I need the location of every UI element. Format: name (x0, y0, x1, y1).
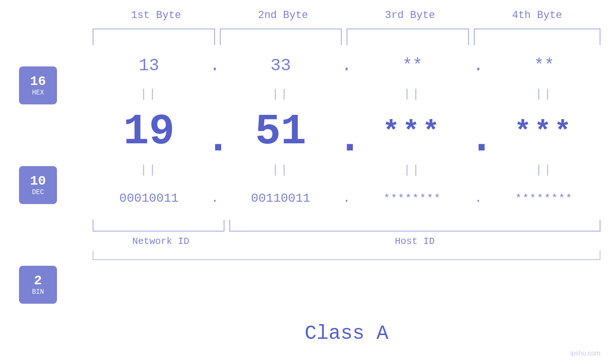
dec-dot1: . (206, 103, 225, 160)
bin-b1: 00010011 (93, 191, 206, 205)
watermark: ipshu.com (570, 349, 601, 357)
bin-dot2: . (337, 191, 356, 205)
dec-dot2: . (337, 103, 356, 160)
pipe1-b2: || (225, 88, 338, 101)
hex-dot2: . (337, 56, 356, 75)
main-container: 1st Byte 2nd Byte 3rd Byte 4th Byte 16 H… (0, 0, 610, 364)
pipe1-b1: || (93, 88, 206, 101)
bracket-col2 (220, 28, 342, 45)
bracket-col4 (474, 28, 601, 45)
bottom-brackets (93, 220, 601, 234)
bin-dot3: . (469, 191, 488, 205)
pipe2-b2: || (225, 164, 338, 177)
bin-row: 00010011 . 00110011 . ******** . *******… (93, 179, 601, 217)
host-id-label: Host ID (229, 236, 601, 247)
bracket-col1 (93, 28, 215, 45)
network-bracket (93, 220, 225, 232)
dec-b1: 19 (93, 108, 206, 156)
pipe-row-2: || || || || (93, 160, 601, 179)
bin-b2: 00110011 (225, 191, 338, 205)
col-header-3: 3rd Byte (347, 9, 474, 21)
class-label: Class A (93, 322, 601, 345)
base-hex-label: HEX (32, 89, 44, 96)
col-header-4: 4th Byte (474, 9, 601, 21)
bracket-col3 (347, 28, 469, 45)
dec-dot3: . (469, 103, 488, 160)
hex-dot1: . (206, 56, 225, 75)
dec-b3: *** (356, 116, 469, 148)
hex-row: 13 . 33 . ** . ** (93, 47, 601, 84)
bin-b3: ******** (356, 193, 469, 205)
bin-dot1: . (206, 191, 225, 205)
rows-container: 13 . 33 . ** . ** || || || || 19 . 51 . … (93, 47, 601, 260)
hex-b1: 13 (93, 56, 206, 75)
base-bin-label: BIN (32, 288, 44, 296)
section-labels: Network ID Host ID (93, 236, 601, 247)
pipe2-b1: || (93, 164, 206, 177)
hex-dot3: . (469, 56, 488, 75)
base-bin-badge: 2 BIN (19, 266, 57, 304)
column-headers: 1st Byte 2nd Byte 3rd Byte 4th Byte (93, 9, 601, 21)
base-dec-badge: 10 DEC (19, 166, 57, 204)
base-labels: 16 HEX 10 DEC 2 BIN (19, 66, 57, 304)
base-hex-badge: 16 HEX (19, 66, 57, 104)
host-bracket (229, 220, 601, 232)
pipe1-b4: || (488, 88, 601, 101)
network-id-label: Network ID (93, 236, 229, 247)
pipe-row-1: || || || || (93, 84, 601, 103)
dec-b2: 51 (225, 108, 338, 156)
base-dec-label: DEC (32, 188, 44, 196)
base-dec-num: 10 (30, 174, 46, 189)
hex-b3: ** (356, 56, 469, 75)
bin-b4: ******** (488, 193, 601, 205)
top-brackets (93, 28, 601, 47)
dec-b4: *** (488, 116, 601, 148)
pipe2-b3: || (356, 164, 469, 177)
hex-b2: 33 (225, 56, 338, 75)
dec-row: 19 . 51 . *** . *** (93, 103, 601, 160)
col-header-1: 1st Byte (93, 9, 220, 21)
hex-b4: ** (488, 56, 601, 75)
pipe2-b4: || (488, 164, 601, 177)
outer-bracket-bottom (93, 251, 601, 260)
base-bin-num: 2 (34, 274, 42, 289)
col-header-2: 2nd Byte (220, 9, 347, 21)
base-hex-num: 16 (30, 75, 46, 89)
pipe1-b3: || (356, 88, 469, 101)
